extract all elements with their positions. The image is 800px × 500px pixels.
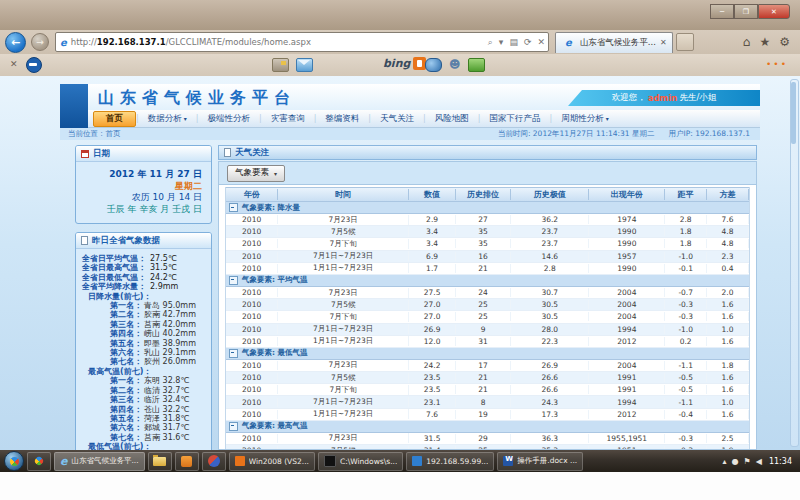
close-bar-icon[interactable]: ✕ xyxy=(10,59,18,69)
table-cell: 2010 xyxy=(226,288,278,297)
tray-flag-icon[interactable]: ⚑ xyxy=(744,457,751,466)
table-row[interactable]: 20107月5候23.52126.61991-0.51.6 xyxy=(226,372,749,384)
taskbar-clock[interactable]: 11:34 xyxy=(769,457,792,466)
column-header-0[interactable]: 年份 xyxy=(226,189,278,200)
mail-icon[interactable] xyxy=(296,58,313,72)
table-group-header[interactable]: 气象要素: 降水量 xyxy=(226,202,749,214)
table-row[interactable]: 20107月1日~7月23日6.91614.61957-1.02.3 xyxy=(226,251,749,263)
window-minimize-button[interactable]: ─ xyxy=(710,4,734,19)
column-header-5[interactable]: 出现年份 xyxy=(589,189,665,200)
table-cell: 23.5 xyxy=(409,373,456,382)
table-row[interactable]: 20107月23日27.52430.72004-0.72.0 xyxy=(226,287,749,299)
nav-item-4[interactable]: 整编资料 xyxy=(316,112,368,126)
tab-close-icon[interactable]: ✕ xyxy=(660,38,667,47)
taskbar-window-button[interactable]: 192.168.59.99... xyxy=(406,452,494,471)
collapse-icon[interactable] xyxy=(229,276,238,285)
element-filter-button[interactable]: 气象要素 ▾ xyxy=(227,165,285,182)
table-row[interactable]: 20101月1日~7月23日7.61917.32012-0.41.6 xyxy=(226,409,749,421)
table-row[interactable]: 20107月下旬23.52126.61991-0.51.6 xyxy=(226,384,749,396)
capture-icon[interactable] xyxy=(272,58,289,72)
table-row[interactable]: 20107月1日~7月23日26.9928.01994-1.01.0 xyxy=(226,324,749,336)
page-scrollbar[interactable] xyxy=(790,79,799,447)
nav-item-0[interactable]: 首页 xyxy=(93,111,136,127)
table-row[interactable]: 20101月1日~7月23日12.03122.320120.21.6 xyxy=(226,336,749,348)
weather-label: 全省平均降水量： xyxy=(82,282,146,291)
taskbar: e 山东省气候业务平... Win2008 (VS2...C:\Windows\… xyxy=(0,450,800,472)
table-group-header[interactable]: 气象要素: 最高气温 xyxy=(226,421,749,433)
nav-item-2[interactable]: 极端性分析 xyxy=(198,112,259,126)
more-options-icon[interactable]: ••• xyxy=(766,59,788,69)
addon-puzzle-icon[interactable] xyxy=(468,58,485,72)
tray-network-icon[interactable]: ● xyxy=(732,457,739,466)
dropdown-arrow-icon[interactable]: ▾ xyxy=(499,37,504,47)
taskbar-window-button[interactable]: C:\Windows\s... xyxy=(318,452,403,471)
nav-item-1[interactable]: 数据分析▾ xyxy=(139,112,196,126)
addon-logo-icon[interactable] xyxy=(26,57,42,73)
collapse-icon[interactable] xyxy=(229,203,238,212)
table-row[interactable]: 20107月23日31.52936.31955,1951-0.32.5 xyxy=(226,433,749,445)
column-header-4[interactable]: 历史极值 xyxy=(511,189,589,200)
table-row[interactable]: 20107月1日~7月23日23.1824.31994-1.11.0 xyxy=(226,396,749,408)
app-button-orange[interactable] xyxy=(175,452,199,471)
table-cell: 23.1 xyxy=(409,398,456,407)
nav-item-5[interactable]: 天气关注 xyxy=(371,112,423,126)
collapse-icon[interactable] xyxy=(229,349,238,358)
media-player-button[interactable] xyxy=(202,452,226,471)
home-icon[interactable]: ⌂ xyxy=(743,35,751,49)
table-cell: 2010 xyxy=(226,227,278,236)
column-header-7[interactable]: 方差 xyxy=(707,189,749,200)
table-cell: 1990 xyxy=(589,227,665,236)
collapse-icon[interactable] xyxy=(229,422,238,431)
browser-forward-button[interactable]: → xyxy=(31,33,49,51)
nav-item-3[interactable]: 灾害查询 xyxy=(262,112,314,126)
table-cell: 2010 xyxy=(226,300,278,309)
taskbar-ie-button[interactable]: e 山东省气候业务平... xyxy=(54,452,145,471)
table-row[interactable]: 20101月1日~7月23日1.7212.81990-0.10.4 xyxy=(226,263,749,275)
new-tab-button[interactable] xyxy=(676,33,694,51)
table-row[interactable]: 20107月23日24.21726.92004-1.11.8 xyxy=(226,360,749,372)
table-cell: 7月下旬 xyxy=(278,239,409,249)
compatibility-view-icon[interactable]: ▤ xyxy=(509,37,518,47)
bing-logo[interactable]: bing xyxy=(383,57,426,70)
table-row[interactable]: 20107月5候3.43523.719901.84.8 xyxy=(226,226,749,238)
column-header-6[interactable]: 距平 xyxy=(665,189,707,200)
address-bar[interactable]: e http://192.168.137.1/GLCCLIMATE/module… xyxy=(55,32,549,52)
refresh-icon[interactable]: ⟳ xyxy=(524,37,532,47)
pinned-app-button[interactable] xyxy=(27,452,51,471)
webcam-icon[interactable] xyxy=(425,58,442,72)
explorer-button[interactable] xyxy=(148,452,172,471)
table-group-header[interactable]: 气象要素: 最低气温 xyxy=(226,348,749,360)
taskbar-window-button[interactable]: Win2008 (VS2... xyxy=(229,452,315,471)
tray-volume-icon[interactable]: ◀ xyxy=(756,457,762,466)
column-header-2[interactable]: 数值 xyxy=(409,189,456,200)
table-row[interactable]: 20107月下旬3.43523.719901.84.8 xyxy=(226,238,749,250)
browser-back-button[interactable]: ← xyxy=(5,32,26,53)
table-row[interactable]: 20107月23日2.92736.219742.87.6 xyxy=(226,214,749,226)
table-row[interactable]: 20107月下旬27.02530.52004-0.31.6 xyxy=(226,311,749,323)
table-cell: 2010 xyxy=(226,434,278,443)
show-hidden-icons[interactable]: ▴ xyxy=(723,457,727,466)
scrollbar-thumb[interactable] xyxy=(791,82,796,144)
window-maximize-button[interactable]: ❐ xyxy=(734,4,758,19)
stop-icon[interactable]: ✕ xyxy=(537,37,545,47)
weather-panel-title: 昨日全省气象数据 xyxy=(92,235,160,247)
taskbar-window-button[interactable]: 操作手册.docx ... xyxy=(497,452,583,471)
weather-value: 郯城 31.7℃ xyxy=(144,423,189,432)
weather-value: 青岛 95.0mm xyxy=(144,301,196,310)
table-group-header[interactable]: 气象要素: 平均气温 xyxy=(226,275,749,287)
nav-item-6[interactable]: 风险地图 xyxy=(426,112,478,126)
messenger-icon[interactable]: ☻ xyxy=(449,58,464,70)
window-close-button[interactable]: ✕ xyxy=(758,4,790,19)
table-row[interactable]: 20107月5候27.02530.52004-0.31.6 xyxy=(226,299,749,311)
favorites-star-icon[interactable]: ★ xyxy=(759,35,770,49)
nav-item-8[interactable]: 周期性分析▾ xyxy=(552,112,618,126)
table-cell: 30.5 xyxy=(511,312,589,321)
settings-gear-icon[interactable]: ⚙ xyxy=(779,35,790,49)
start-button[interactable] xyxy=(4,451,24,471)
search-icon[interactable]: ⌕ xyxy=(488,37,493,48)
weather-panel-header: 昨日全省气象数据 xyxy=(76,233,211,249)
column-header-3[interactable]: 历史排位 xyxy=(456,189,511,200)
nav-item-7[interactable]: 国家下行产品 xyxy=(480,112,549,126)
column-header-1[interactable]: 时间 xyxy=(278,189,409,200)
browser-tab[interactable]: e 山东省气候业务平... ✕ xyxy=(555,32,673,53)
